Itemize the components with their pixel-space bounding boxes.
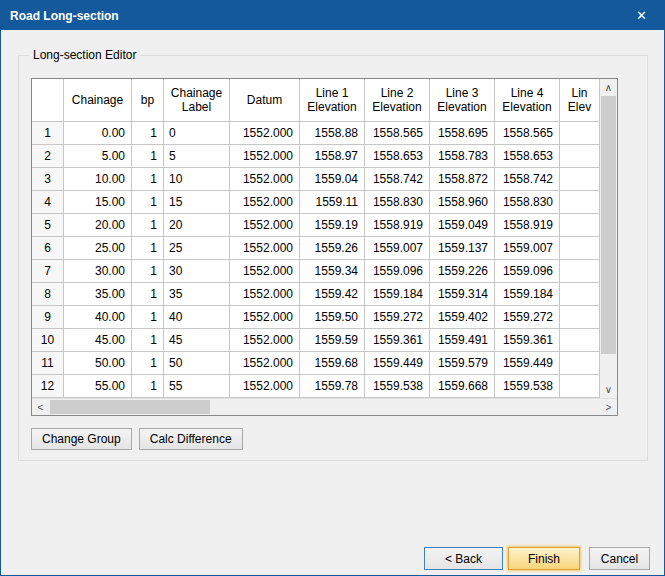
cell-line5[interactable]	[560, 191, 600, 214]
row-header[interactable]: 7	[32, 260, 64, 283]
cell-line4[interactable]: 1559.184	[495, 283, 560, 306]
cell-line5[interactable]	[560, 122, 600, 145]
cell-chainage[interactable]: 5.00	[64, 145, 132, 168]
cell-line5[interactable]	[560, 306, 600, 329]
cell-datum[interactable]: 1552.000	[230, 214, 300, 237]
cell-chainage_label[interactable]: 45	[164, 329, 230, 352]
column-header-chainage[interactable]: Chainage	[64, 79, 132, 122]
cell-line3[interactable]: 1559.579	[430, 352, 495, 375]
cell-bp[interactable]: 1	[132, 145, 164, 168]
cell-chainage[interactable]: 20.00	[64, 214, 132, 237]
cell-line4[interactable]: 1558.653	[495, 145, 560, 168]
cell-bp[interactable]: 1	[132, 352, 164, 375]
cell-chainage[interactable]: 10.00	[64, 168, 132, 191]
cell-datum[interactable]: 1552.000	[230, 329, 300, 352]
cell-line4[interactable]: 1559.449	[495, 352, 560, 375]
cell-line4[interactable]: 1558.565	[495, 122, 560, 145]
column-header-line1[interactable]: Line 1 Elevation	[300, 79, 365, 122]
cell-line1[interactable]: 1559.68	[300, 352, 365, 375]
cell-line5[interactable]	[560, 237, 600, 260]
cell-line2[interactable]: 1559.184	[365, 283, 430, 306]
cell-line4[interactable]: 1559.538	[495, 375, 560, 398]
cell-line2[interactable]: 1559.007	[365, 237, 430, 260]
calc-difference-button[interactable]: Calc Difference	[139, 428, 243, 450]
cell-line1[interactable]: 1559.50	[300, 306, 365, 329]
cell-datum[interactable]: 1552.000	[230, 352, 300, 375]
cell-line2[interactable]: 1559.272	[365, 306, 430, 329]
row-header[interactable]: 9	[32, 306, 64, 329]
cell-datum[interactable]: 1552.000	[230, 375, 300, 398]
cell-bp[interactable]: 1	[132, 122, 164, 145]
cell-line2[interactable]: 1558.830	[365, 191, 430, 214]
cell-chainage[interactable]: 40.00	[64, 306, 132, 329]
cell-line4[interactable]: 1559.096	[495, 260, 560, 283]
cell-line1[interactable]: 1559.42	[300, 283, 365, 306]
cell-line3[interactable]: 1558.695	[430, 122, 495, 145]
cell-bp[interactable]: 1	[132, 306, 164, 329]
cell-datum[interactable]: 1552.000	[230, 145, 300, 168]
scroll-down-icon[interactable]: ∨	[600, 381, 617, 398]
cell-line1[interactable]: 1559.59	[300, 329, 365, 352]
cell-line4[interactable]: 1558.830	[495, 191, 560, 214]
column-header-line3[interactable]: Line 3 Elevation	[430, 79, 495, 122]
cell-chainage_label[interactable]: 15	[164, 191, 230, 214]
cell-datum[interactable]: 1552.000	[230, 283, 300, 306]
cell-chainage_label[interactable]: 20	[164, 214, 230, 237]
cell-bp[interactable]: 1	[132, 283, 164, 306]
cell-line2[interactable]: 1559.449	[365, 352, 430, 375]
cell-line3[interactable]: 1558.872	[430, 168, 495, 191]
cell-line3[interactable]: 1559.137	[430, 237, 495, 260]
cell-bp[interactable]: 1	[132, 260, 164, 283]
cell-line3[interactable]: 1559.314	[430, 283, 495, 306]
column-header-rownum[interactable]	[32, 79, 64, 122]
cell-line4[interactable]: 1559.361	[495, 329, 560, 352]
cell-line4[interactable]: 1558.919	[495, 214, 560, 237]
cell-chainage_label[interactable]: 10	[164, 168, 230, 191]
cell-line3[interactable]: 1558.783	[430, 145, 495, 168]
back-button[interactable]: < Back	[424, 547, 503, 570]
column-header-line2[interactable]: Line 2 Elevation	[365, 79, 430, 122]
cell-datum[interactable]: 1552.000	[230, 122, 300, 145]
row-header[interactable]: 5	[32, 214, 64, 237]
cell-chainage_label[interactable]: 55	[164, 375, 230, 398]
cell-bp[interactable]: 1	[132, 375, 164, 398]
row-header[interactable]: 12	[32, 375, 64, 398]
vscroll-thumb[interactable]	[601, 96, 616, 354]
cell-line4[interactable]: 1558.742	[495, 168, 560, 191]
cell-chainage_label[interactable]: 25	[164, 237, 230, 260]
cell-datum[interactable]: 1552.000	[230, 306, 300, 329]
cell-chainage_label[interactable]: 35	[164, 283, 230, 306]
scroll-left-icon[interactable]: <	[32, 399, 49, 415]
cell-line1[interactable]: 1559.26	[300, 237, 365, 260]
scroll-right-icon[interactable]: >	[600, 399, 617, 415]
cell-line5[interactable]	[560, 214, 600, 237]
close-button[interactable]: ✕	[619, 1, 664, 30]
cell-chainage[interactable]: 15.00	[64, 191, 132, 214]
cell-line5[interactable]	[560, 260, 600, 283]
cell-line1[interactable]: 1559.19	[300, 214, 365, 237]
column-header-datum[interactable]: Datum	[230, 79, 300, 122]
cell-datum[interactable]: 1552.000	[230, 260, 300, 283]
cell-chainage[interactable]: 25.00	[64, 237, 132, 260]
cell-line1[interactable]: 1558.97	[300, 145, 365, 168]
cell-line2[interactable]: 1559.096	[365, 260, 430, 283]
cell-datum[interactable]: 1552.000	[230, 191, 300, 214]
row-header[interactable]: 2	[32, 145, 64, 168]
cell-line2[interactable]: 1558.919	[365, 214, 430, 237]
cell-line3[interactable]: 1559.226	[430, 260, 495, 283]
cell-line1[interactable]: 1559.34	[300, 260, 365, 283]
row-header[interactable]: 11	[32, 352, 64, 375]
cell-line2[interactable]: 1559.361	[365, 329, 430, 352]
cell-line5[interactable]	[560, 283, 600, 306]
cell-chainage[interactable]: 55.00	[64, 375, 132, 398]
cell-line4[interactable]: 1559.272	[495, 306, 560, 329]
finish-button[interactable]: Finish	[508, 547, 580, 570]
cell-line3[interactable]: 1558.960	[430, 191, 495, 214]
cell-bp[interactable]: 1	[132, 237, 164, 260]
row-header[interactable]: 8	[32, 283, 64, 306]
cell-chainage[interactable]: 0.00	[64, 122, 132, 145]
cell-line3[interactable]: 1559.049	[430, 214, 495, 237]
cell-chainage_label[interactable]: 0	[164, 122, 230, 145]
cell-chainage[interactable]: 50.00	[64, 352, 132, 375]
cell-line1[interactable]: 1559.78	[300, 375, 365, 398]
